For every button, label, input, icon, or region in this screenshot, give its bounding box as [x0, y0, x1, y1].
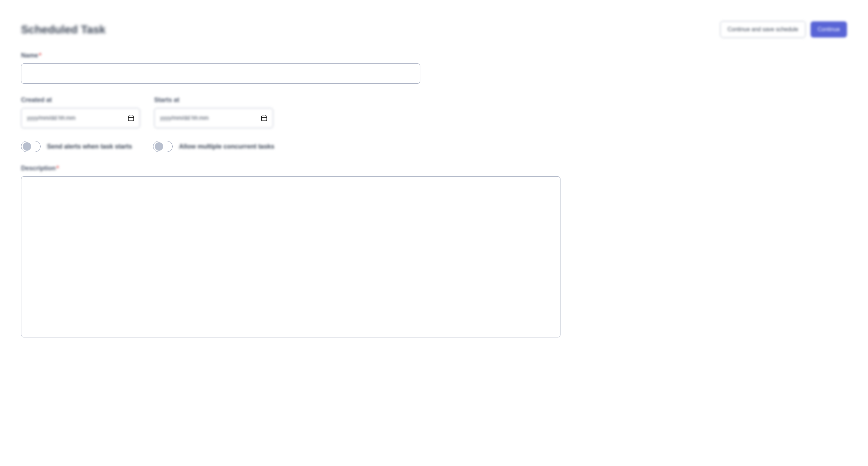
toggle-1-group: Send alerts when task starts: [21, 141, 132, 152]
created-at-input-wrapper: [21, 108, 140, 128]
toggle-2-group: Allow multiple concurrent tasks: [153, 141, 274, 152]
page-title: Scheduled Task: [21, 23, 105, 36]
required-asterisk: *: [39, 52, 41, 59]
created-at-field: Created at: [21, 96, 140, 128]
name-label-text: Name: [21, 52, 38, 59]
starts-at-input-wrapper: [154, 108, 273, 128]
description-label: Description*: [21, 165, 847, 172]
secondary-action-button[interactable]: Continue and save schedule: [720, 21, 806, 38]
description-label-text: Description: [21, 165, 56, 172]
toggle-2-switch[interactable]: [153, 141, 173, 152]
header-row: Scheduled Task Continue and save schedul…: [21, 21, 847, 38]
toggle-2-thumb: [155, 142, 163, 151]
description-section: Description*: [21, 165, 847, 339]
created-at-input[interactable]: [21, 108, 140, 128]
starts-at-input[interactable]: [154, 108, 273, 128]
starts-at-label: Starts at: [154, 96, 273, 104]
created-at-label: Created at: [21, 96, 140, 104]
dates-section: Created at Starts at: [21, 96, 847, 128]
header-actions: Continue and save schedule Continue: [720, 21, 847, 38]
name-section: Name*: [21, 52, 847, 84]
toggles-section: Send alerts when task starts Allow multi…: [21, 141, 847, 152]
toggle-1-label: Send alerts when task starts: [47, 143, 132, 150]
starts-at-field: Starts at: [154, 96, 273, 128]
toggle-1-thumb: [23, 142, 31, 151]
name-label: Name*: [21, 52, 847, 59]
description-input[interactable]: [21, 176, 560, 337]
name-input[interactable]: [21, 63, 420, 84]
toggle-1-switch[interactable]: [21, 141, 41, 152]
required-asterisk: *: [56, 165, 59, 172]
primary-action-button[interactable]: Continue: [811, 21, 847, 37]
toggle-2-label: Allow multiple concurrent tasks: [179, 143, 274, 150]
